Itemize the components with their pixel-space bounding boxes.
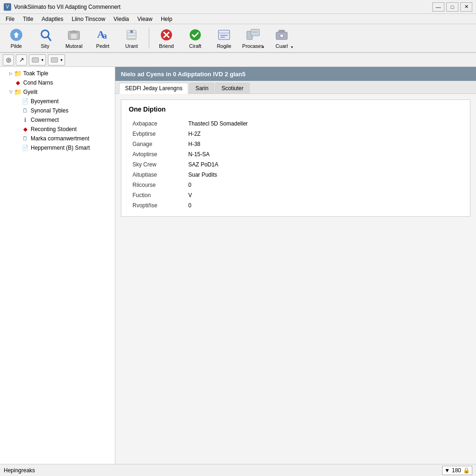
rogile-label: Rogile (217, 43, 231, 49)
toolbar-pilde-button[interactable]: Pilde (3, 26, 30, 51)
window-controls: — □ ✕ (432, 2, 472, 12)
pilde-label: Pilde (11, 43, 22, 49)
tree-item-toak-tiple[interactable]: ▷ 📁 Toak Tiple (0, 69, 115, 78)
menu-liino[interactable]: Liino Tinscow (68, 15, 109, 23)
maximize-button[interactable]: □ (446, 2, 458, 12)
menu-title[interactable]: Title (19, 15, 37, 23)
toolbar-procases-button[interactable]: Procases ▾ (239, 26, 266, 51)
toolbar-separator-1 (149, 28, 149, 48)
property-row: FuctionV (129, 190, 463, 200)
minimize-button[interactable]: — (432, 2, 444, 12)
svg-line-2 (48, 37, 51, 40)
property-key: Aituptiase (129, 170, 185, 180)
menu-viedia[interactable]: Viedia (110, 15, 132, 23)
svg-rect-25 (32, 58, 39, 62)
property-key: Rvoptiñse (129, 200, 185, 211)
status-right: ▼ 180 🔒 (442, 466, 472, 475)
property-value: H-38 (185, 139, 463, 149)
tab-scottuter[interactable]: Scotiuter (215, 83, 249, 93)
property-value: N-15-SA (185, 149, 463, 159)
diamond-icon: ◆ (21, 126, 29, 133)
urant-label: Urant (126, 43, 138, 49)
toolbar-pedirt-button[interactable]: A a Pedirt (89, 26, 116, 51)
tree-toggle-synonal (15, 107, 21, 114)
tb2-circle-btn[interactable]: ◎ (3, 54, 14, 66)
tree-toggle-cond-narns (7, 79, 14, 86)
tree-item-gyelit[interactable]: ▽ 📁 Gyelit (0, 87, 115, 97)
sity-icon (38, 27, 53, 42)
tree-item-reconting-stodent[interactable]: ◆ Reconting Stodent (0, 125, 115, 134)
toolbar2: ◎ ↗ ▾ ▾ (0, 53, 476, 67)
tree-toggle-cowermect (15, 117, 21, 123)
zoom-lock-icon: 🔒 (463, 467, 470, 474)
tree-toggle-marka (15, 135, 21, 142)
toolbar-ciraft-button[interactable]: Ciraft (182, 26, 209, 51)
menu-adaptles[interactable]: Adaptles (38, 15, 67, 23)
right-panel: Nielo ad Cyens in 0 Adipptation IVD 2 gl… (115, 67, 476, 464)
property-row: GanageH-38 (129, 139, 463, 149)
svg-rect-21 (251, 29, 259, 36)
property-row: AvtoptirseN-15-SA (129, 149, 463, 159)
tree-item-heppernment[interactable]: 📄 Heppernment (B) Smart (0, 143, 115, 152)
title-bar-left: V VonikSiimato fso VII Adapting Commenne… (4, 3, 120, 11)
tree-toggle-reconting (15, 126, 21, 132)
menu-file[interactable]: File (2, 15, 18, 23)
close-button[interactable]: ✕ (460, 2, 472, 12)
toolbar-mutoral-button[interactable]: Mutoral (60, 26, 87, 51)
menu-vieaw[interactable]: Vieaw (133, 15, 156, 23)
folder-icon: 📁 (14, 70, 21, 77)
tree-item-cowermect[interactable]: ℹ Cowermect (0, 115, 115, 125)
tree-toggle-gyelit[interactable]: ▽ (7, 89, 14, 95)
tree-item-marka[interactable]: 🗒 Marka cormanwertment (0, 134, 115, 143)
pedirt-label: Pedirt (96, 43, 110, 49)
tree-toggle-toak-tiple[interactable]: ▷ (7, 70, 14, 77)
menu-help[interactable]: Help (157, 15, 176, 23)
status-zoom-dropdown[interactable]: ▼ 180 🔒 (442, 466, 472, 475)
property-value: Suar Pudits (185, 170, 463, 180)
property-value: H-2Z (185, 129, 463, 139)
property-value: 0 (185, 180, 463, 190)
tree-label: Gyelit (23, 89, 38, 95)
tree-item-cond-narns[interactable]: ◆ Cond Narns (0, 78, 115, 87)
tb2-dropdown2[interactable]: ▾ (48, 54, 65, 66)
toolbar-briend-button[interactable]: Briend (153, 26, 180, 51)
tree-label: Cowermect (31, 117, 59, 123)
tab-sarin[interactable]: Sarin (189, 83, 214, 93)
toolbar-rogile-button[interactable]: Rogile (211, 26, 238, 51)
toolbar: Pilde Sity Mutoral A a Pedir (0, 24, 476, 53)
property-key: Fuction (129, 190, 185, 200)
ciraft-icon (188, 27, 203, 42)
tb2-dropdown1[interactable]: ▾ (29, 54, 46, 66)
tree-label: Marka cormanwertment (31, 135, 89, 142)
pedirt-icon: A a (95, 27, 110, 42)
property-key: Axbapace (129, 119, 185, 129)
cuarl-label: Cuarl (276, 43, 288, 49)
property-row: AituptiaseSuar Pudits (129, 170, 463, 180)
panel-title: One Diption (129, 106, 463, 113)
briend-icon (159, 27, 174, 42)
property-row: Sky CrewSAZ PoD1A (129, 159, 463, 170)
tree-toggle-byoyement (15, 98, 21, 105)
property-value: V (185, 190, 463, 200)
toolbar-sity-button[interactable]: Sity (32, 26, 59, 51)
tree-item-synonal-tybles[interactable]: 🗒 Synonal Tybles (0, 106, 115, 115)
sity-label: Sity (41, 43, 49, 49)
rogile-icon (217, 27, 231, 42)
svg-rect-26 (51, 58, 58, 62)
content-body: One Diption AxbapaceThastecl 5D Somadell… (115, 94, 476, 464)
property-key: Evbptirse (129, 129, 185, 139)
tab-sedefi[interactable]: SEDFl Jeday Larengns (119, 83, 188, 94)
svg-rect-18 (220, 35, 228, 36)
tree-label: Byoyement (31, 98, 59, 105)
mutoral-icon (66, 27, 81, 42)
zoom-arrow-icon: ▼ (444, 467, 450, 474)
briend-label: Briend (159, 43, 174, 49)
tree-item-byoyement[interactable]: 📄 Byoyement (0, 97, 115, 106)
svg-rect-4 (71, 34, 77, 39)
status-text: Hepingreaks (4, 467, 35, 474)
property-key: Sky Crew (129, 159, 185, 170)
tb2-arrow-btn[interactable]: ↗ (16, 54, 27, 66)
menu-bar: File Title Adaptles Liino Tinscow Viedia… (0, 14, 476, 24)
toolbar-cuarl-button[interactable]: Cuarl ▾ (268, 26, 295, 51)
toolbar-urant-button[interactable]: Urant (118, 26, 145, 51)
